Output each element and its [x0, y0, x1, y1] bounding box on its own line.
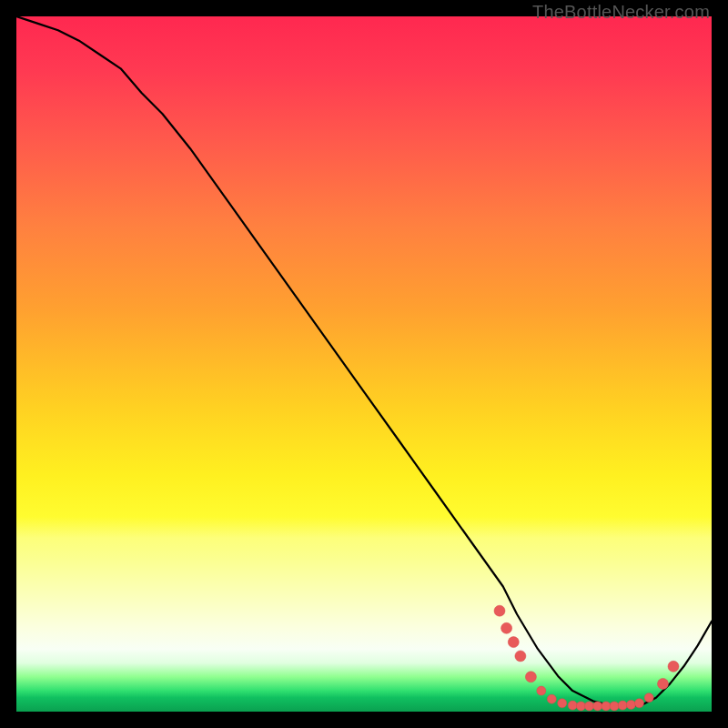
curve-marker [508, 637, 519, 648]
curve-marker [668, 661, 679, 672]
curve-marker [568, 701, 577, 710]
curve-marker [593, 702, 602, 711]
curve-marker [644, 693, 653, 703]
watermark-text: TheBottleNecker.com [532, 2, 710, 23]
curve-marker [515, 651, 526, 662]
curve-marker [558, 699, 567, 708]
curve-marker [576, 702, 585, 711]
curve-marker [618, 701, 627, 710]
curve-marker [626, 700, 635, 709]
curve-marker [610, 702, 619, 711]
chart-frame: TheBottleNecker.com [0, 0, 728, 728]
chart-svg [16, 16, 712, 712]
curve-marker [602, 702, 611, 711]
curve-marker [585, 702, 594, 711]
chart-plot-area [16, 16, 712, 712]
curve-marker [501, 622, 512, 633]
curve-marker [547, 694, 556, 703]
bottleneck-curve [16, 16, 712, 706]
curve-marker [537, 686, 546, 695]
curve-marker [494, 605, 505, 616]
curve-marker [658, 678, 669, 689]
curve-marker [635, 699, 644, 708]
curve-marker [525, 672, 536, 682]
